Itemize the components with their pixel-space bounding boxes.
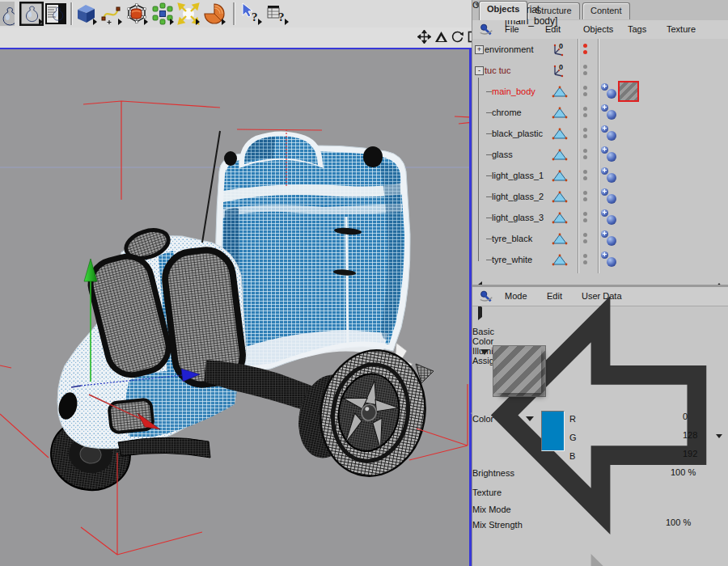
texture-tag-icon[interactable]: [607, 173, 616, 183]
symmetry-icon[interactable]: [176, 2, 201, 26]
visibility-dots[interactable]: [582, 106, 589, 119]
scroll-up-button[interactable]: [716, 273, 727, 285]
uvw-tag-icon[interactable]: [601, 167, 608, 175]
texture-tag-icon[interactable]: [607, 110, 616, 120]
material-chip-selected[interactable]: [618, 81, 639, 102]
tree-row-environment[interactable]: + environment: [472, 39, 715, 60]
value-b[interactable]: 192: [683, 449, 713, 458]
scale-view-icon[interactable]: [434, 30, 448, 44]
pin-icon[interactable]: [479, 23, 493, 36]
perspective-viewport[interactable]: [0, 48, 472, 566]
uvw-tag-icon[interactable]: [601, 125, 608, 133]
visibility-dots[interactable]: [582, 211, 589, 224]
move-view-icon[interactable]: [417, 30, 431, 44]
visibility-dots[interactable]: [582, 190, 589, 203]
tree-row-light-glass-1[interactable]: light_glass_1: [472, 165, 715, 186]
uvw-tag-icon[interactable]: [601, 209, 608, 217]
pin-icon[interactable]: [479, 289, 493, 302]
tab-basic[interactable]: Basic: [472, 327, 523, 336]
value-g[interactable]: 128: [683, 430, 713, 440]
uvw-tag-icon[interactable]: [601, 146, 608, 154]
uvw-tag-icon[interactable]: [601, 230, 608, 238]
expand-toggle[interactable]: +: [475, 45, 484, 54]
texture-tag-icon[interactable]: [607, 131, 616, 141]
uvw-tag-icon[interactable]: [601, 104, 608, 112]
object-name[interactable]: light_glass_1: [492, 171, 544, 180]
boole-icon[interactable]: [202, 2, 226, 26]
menu-tags[interactable]: Tags: [628, 24, 646, 34]
channel-label-r: R: [569, 414, 576, 424]
history-forward-icon[interactable]: [472, 545, 728, 566]
visibility-dots[interactable]: [582, 64, 589, 77]
color-swatch[interactable]: [541, 411, 565, 451]
object-name[interactable]: tyre_black: [492, 234, 532, 243]
tree-row-glass[interactable]: glass: [472, 144, 715, 165]
texture-tag-icon[interactable]: [607, 194, 616, 204]
texture-tag-icon[interactable]: [607, 215, 616, 225]
render-active-view-icon[interactable]: [0, 2, 15, 26]
visibility-dots[interactable]: [582, 253, 589, 266]
menu-texture[interactable]: Texture: [667, 24, 696, 34]
menu-edit[interactable]: Edit: [547, 291, 562, 301]
texture-tag-icon[interactable]: [607, 152, 616, 162]
cursor-help-icon[interactable]: ?: [239, 2, 263, 26]
submenu-arrow: [196, 19, 200, 25]
uvw-tag-icon[interactable]: [601, 83, 608, 91]
object-name[interactable]: chrome: [492, 108, 522, 117]
slider-handle[interactable]: [471, 412, 472, 414]
object-name[interactable]: main_body: [492, 87, 535, 96]
uvw-tag-icon[interactable]: [601, 251, 608, 259]
array-icon[interactable]: [150, 2, 175, 26]
tab-objects[interactable]: Objects: [479, 1, 527, 20]
uvw-tag-icon[interactable]: [601, 188, 608, 196]
object-name[interactable]: environment: [485, 44, 534, 54]
value-r[interactable]: 0: [683, 412, 713, 421]
mix-strength-slider[interactable]: [540, 517, 664, 531]
texture-tag-icon[interactable]: [607, 236, 616, 246]
visibility-dots[interactable]: [582, 85, 589, 98]
color-collapse-arrow-icon[interactable]: [526, 416, 534, 421]
tree-row-black-plastic[interactable]: black_plastic: [472, 123, 715, 144]
object-tree-hscrollbar[interactable]: [478, 273, 716, 285]
visibility-dots[interactable]: [582, 232, 589, 245]
brightness-value[interactable]: 100 %: [671, 467, 713, 477]
mix-strength-value[interactable]: 100 %: [666, 517, 710, 527]
add-cube-icon[interactable]: [74, 2, 98, 26]
render-settings-icon[interactable]: [44, 2, 68, 26]
visibility-dots[interactable]: [582, 169, 589, 182]
object-name[interactable]: glass: [492, 150, 513, 159]
menu-mode[interactable]: Mode: [505, 291, 527, 301]
tree-row-tyre-black[interactable]: tyre_black: [472, 228, 715, 249]
tree-row-light-glass-3[interactable]: light_glass_3: [472, 207, 715, 228]
texture-tag-icon[interactable]: [607, 89, 616, 99]
visibility-dots[interactable]: [582, 127, 589, 140]
polygon-object-icon: [552, 231, 568, 246]
menu-user-data[interactable]: User Data: [582, 291, 622, 301]
tree-row-main-body[interactable]: main_body: [472, 81, 715, 102]
hypernurbs-icon[interactable]: [125, 2, 149, 26]
expand-toggle[interactable]: -: [475, 66, 484, 75]
rotate-view-icon[interactable]: [451, 30, 464, 44]
object-tree-vscrollbar[interactable]: [716, 39, 727, 273]
object-name[interactable]: light_glass_2: [492, 192, 544, 201]
texture-tag-icon[interactable]: [607, 257, 616, 267]
object-name[interactable]: light_glass_3: [492, 213, 544, 222]
tree-row-chrome[interactable]: chrome: [472, 102, 715, 123]
render-view-icon[interactable]: [19, 2, 44, 26]
tree-row-tyre-white[interactable]: tyre_white: [472, 249, 715, 270]
object-name[interactable]: black_plastic: [492, 129, 543, 138]
menu-objects[interactable]: Objects: [583, 24, 613, 34]
collapse-arrow-icon[interactable]: [480, 349, 489, 355]
object-name[interactable]: tuc tuc: [485, 65, 510, 75]
visibility-dots[interactable]: [582, 148, 589, 161]
channel-label-g: G: [569, 433, 577, 442]
tab-content[interactable]: Content: [582, 2, 630, 19]
list-help-icon[interactable]: ?: [265, 2, 290, 26]
tree-row-tuctuc[interactable]: - tuc tuc: [472, 60, 715, 81]
visibility-dots[interactable]: [582, 43, 589, 56]
object-name[interactable]: tyre_white: [492, 255, 532, 264]
tree-row-light-glass-2[interactable]: light_glass_2: [472, 186, 715, 207]
brightness-slider[interactable]: [543, 467, 662, 481]
material-preview[interactable]: [493, 345, 546, 397]
add-spline-icon[interactable]: [99, 2, 123, 26]
